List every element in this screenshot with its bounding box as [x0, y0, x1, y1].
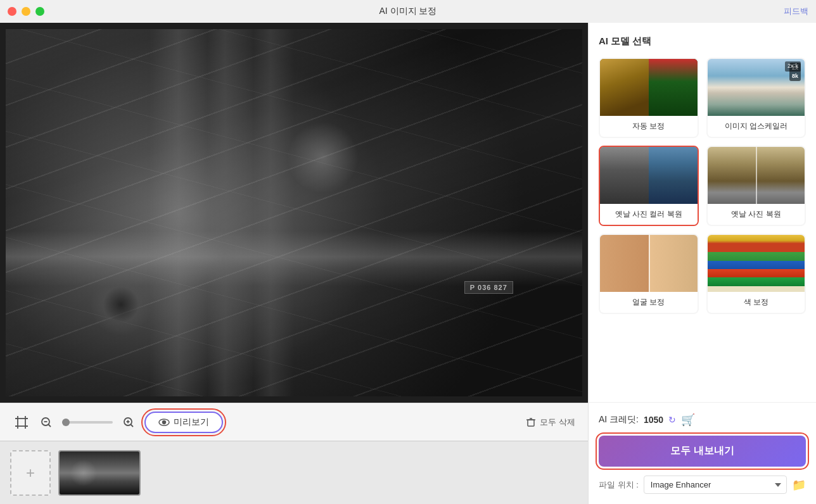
model-card-img-colorize: [600, 147, 698, 204]
model-card-face[interactable]: 얼굴 보정: [599, 234, 699, 314]
delete-all-button[interactable]: 모두 삭제: [526, 417, 575, 428]
feedback-link[interactable]: 피드백: [784, 6, 808, 17]
trash-icon: [526, 417, 536, 427]
svg-line-7: [131, 424, 133, 427]
image-viewport: P 036 827: [0, 23, 588, 403]
thumbnail-image: [60, 451, 139, 495]
car-overlay: [6, 29, 582, 396]
model-card-img-upscale: 2x8k: [708, 59, 805, 116]
model-card-color[interactable]: 색 보정: [706, 234, 806, 314]
file-location-select[interactable]: Image Enhancer: [644, 476, 787, 494]
traffic-lights: [8, 7, 44, 16]
svg-rect-0: [18, 419, 25, 426]
thumbnail-item[interactable]: [58, 450, 141, 496]
file-location-label: 파일 위치 :: [599, 479, 639, 491]
minimize-button[interactable]: [22, 7, 30, 16]
model-card-img-restore: [708, 147, 805, 204]
preview-button[interactable]: 미리보기: [144, 412, 223, 433]
model-card-img-auto: [600, 59, 698, 116]
model-card-img-color: [708, 235, 805, 292]
title-bar: AI 이미지 보정 피드백: [0, 0, 816, 23]
cart-icon[interactable]: 🛒: [681, 413, 695, 427]
window-title: AI 이미지 보정: [379, 6, 437, 17]
model-card-label-upscale: 이미지 업스케일러: [708, 116, 805, 137]
svg-rect-10: [528, 420, 534, 426]
delete-label: 모두 삭제: [540, 417, 575, 428]
add-image-button[interactable]: +: [10, 450, 51, 496]
svg-line-3: [48, 424, 51, 427]
crop-tool-button[interactable]: [13, 413, 30, 431]
bottom-toolbar: 미리보기 모두 삭제: [0, 403, 588, 441]
model-card-upscale[interactable]: 2x8k 이미지 업스케일러: [706, 58, 806, 138]
ai-model-section: AI 모델 선택 자동 보정 2x8k 이미지 업스케일러: [589, 23, 816, 402]
preview-label: 미리보기: [174, 417, 209, 428]
zoom-slider[interactable]: [62, 421, 113, 424]
upscale-badge: 2x8k: [789, 63, 801, 81]
svg-point-9: [163, 420, 166, 424]
model-card-label-colorize: 옛날 사진 컬러 복원: [600, 204, 698, 225]
model-card-label-face: 얼굴 보정: [600, 292, 698, 313]
right-panel: AI 모델 선택 자동 보정 2x8k 이미지 업스케일러: [588, 23, 816, 504]
model-card-auto[interactable]: 자동 보정: [599, 58, 699, 138]
section-title: AI 모델 선택: [599, 35, 806, 47]
model-card-label-auto: 자동 보정: [600, 116, 698, 137]
main-content: P 036 827: [0, 23, 816, 504]
eye-icon: [158, 419, 170, 426]
model-card-label-restore: 옛날 사진 복원: [708, 204, 805, 225]
close-button[interactable]: [8, 7, 16, 16]
model-card-colorize[interactable]: 옛날 사진 컬러 복원: [599, 146, 699, 226]
license-plate: P 036 827: [464, 281, 513, 294]
export-button[interactable]: 모두 내보내기: [599, 436, 806, 467]
main-image: P 036 827: [6, 29, 582, 396]
model-grid: 자동 보정 2x8k 이미지 업스케일러 옛날 사진 컬러 복원: [599, 58, 806, 314]
zoom-in-button[interactable]: [120, 414, 137, 431]
credits-row: AI 크레딧: 1050 ↻ 🛒: [599, 413, 806, 427]
maximize-button[interactable]: [35, 7, 44, 16]
zoom-slider-container: [62, 421, 113, 424]
model-card-label-color: 색 보정: [708, 292, 805, 313]
file-location-row: 파일 위치 : Image Enhancer 📁: [599, 476, 806, 494]
model-card-img-face: [600, 235, 698, 292]
card-divider-restore: [756, 147, 757, 204]
zoom-out-button[interactable]: [38, 414, 54, 431]
folder-icon[interactable]: 📁: [792, 478, 806, 492]
thumbnail-strip: +: [0, 441, 588, 504]
image-panel: P 036 827: [0, 23, 588, 504]
right-bottom: AI 크레딧: 1050 ↻ 🛒 모두 내보내기 파일 위치 : Image E…: [589, 402, 816, 504]
credits-label: AI 크레딧:: [599, 414, 639, 425]
refresh-icon[interactable]: ↻: [668, 415, 676, 425]
credits-value: 1050: [644, 415, 663, 425]
card-divider-colorize: [649, 147, 650, 204]
model-card-restore[interactable]: 옛날 사진 복원: [706, 146, 806, 226]
card-divider-face: [649, 235, 650, 292]
